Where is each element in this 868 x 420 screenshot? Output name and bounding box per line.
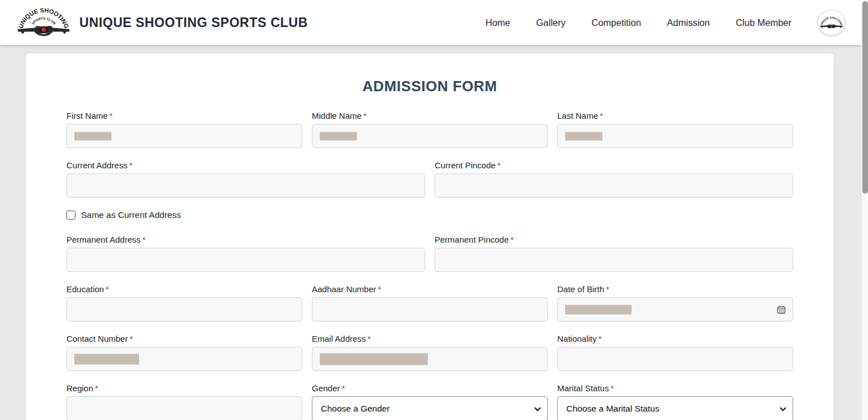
first-name-label: First Name xyxy=(66,111,108,120)
required-asterisk: * xyxy=(497,160,500,170)
required-asterisk: * xyxy=(106,284,109,294)
same-address-toggle[interactable]: Same as Current Address xyxy=(66,210,793,220)
required-asterisk: * xyxy=(600,111,603,120)
field-region: Region* xyxy=(66,383,302,420)
calendar-icon[interactable] xyxy=(776,304,787,315)
permanent-pincode-label: Permanent Pincode xyxy=(435,235,509,244)
last-name-label: Last Name xyxy=(557,111,598,120)
club-logo-icon: UNIQUE SHOOTING SPORTS CLUB xyxy=(17,3,70,42)
required-asterisk: * xyxy=(142,235,146,244)
nav-club-member[interactable]: Club Member xyxy=(736,17,791,28)
nav-home[interactable]: Home xyxy=(486,17,511,28)
required-asterisk: * xyxy=(598,334,602,343)
email-address-input[interactable] xyxy=(312,347,547,370)
field-email-address: Email Address* xyxy=(312,334,548,371)
gender-selected-value: Choose a Gender xyxy=(321,404,390,414)
last-name-input[interactable] xyxy=(558,124,793,148)
region-label: Region xyxy=(66,383,93,393)
current-pincode-label: Current Pincode xyxy=(435,160,495,170)
middle-name-input[interactable] xyxy=(312,124,547,148)
first-name-input[interactable] xyxy=(67,124,302,148)
vertical-scrollbar[interactable] xyxy=(861,0,868,420)
education-label: Education xyxy=(66,284,104,294)
required-asterisk: * xyxy=(342,383,345,393)
field-education: Education* xyxy=(66,284,302,321)
page-title: ADMISSION FORM xyxy=(26,78,834,95)
field-nationality: Nationality* xyxy=(557,334,793,371)
date-of-birth-label: Date of Birth xyxy=(557,284,604,294)
required-asterisk: * xyxy=(109,111,113,120)
middle-name-label: Middle Name xyxy=(312,111,361,120)
gender-label: Gender xyxy=(312,383,340,393)
education-input[interactable] xyxy=(67,298,302,321)
marital-status-label: Marital Status xyxy=(557,383,609,393)
aadhaar-number-label: Aadhaar Number xyxy=(312,284,376,294)
scrollbar-thumb[interactable] xyxy=(862,1,868,194)
current-pincode-input[interactable] xyxy=(435,174,793,197)
field-permanent-address: Permanent Address* xyxy=(66,235,425,272)
date-of-birth-input[interactable] xyxy=(558,298,793,321)
permanent-pincode-input[interactable] xyxy=(435,248,793,271)
marital-status-selected-value: Choose a Marital Status xyxy=(566,404,659,414)
contact-number-label: Contact Number xyxy=(66,334,128,343)
field-first-name: First Name* xyxy=(66,111,302,148)
required-asterisk: * xyxy=(368,334,371,343)
contact-number-input[interactable] xyxy=(67,347,302,370)
marital-status-select[interactable]: Choose a Marital Status xyxy=(557,396,793,420)
required-asterisk: * xyxy=(378,284,381,294)
nav-admission[interactable]: Admission xyxy=(667,17,710,28)
brand-title: UNIQUE SHOOTING SPORTS CLUB xyxy=(79,15,308,30)
field-marital-status: Marital Status* Choose a Marital Status xyxy=(557,383,793,420)
required-asterisk: * xyxy=(129,160,132,170)
nav-competition[interactable]: Competition xyxy=(592,17,641,28)
chevron-down-icon xyxy=(780,404,786,414)
required-asterisk: * xyxy=(511,235,514,244)
field-aadhaar-number: Aadhaar Number* xyxy=(312,284,548,321)
field-contact-number: Contact Number* xyxy=(66,334,302,371)
required-asterisk: * xyxy=(95,383,99,393)
brand-link[interactable]: UNIQUE SHOOTING SPORTS CLUB UNIQUE SHOOT… xyxy=(17,3,308,42)
admission-form-card: ADMISSION FORM First Name* Middle Name* … xyxy=(26,53,834,420)
nationality-input[interactable] xyxy=(558,347,793,370)
current-address-label: Current Address xyxy=(66,160,127,170)
permanent-address-label: Permanent Address xyxy=(66,235,141,244)
main-nav: Home Gallery Competition Admission Club … xyxy=(486,10,846,35)
svg-text:SPORTS CLUB: SPORTS CLUB xyxy=(31,17,57,26)
region-input[interactable] xyxy=(67,397,302,420)
email-address-label: Email Address xyxy=(312,334,366,343)
nav-gallery[interactable]: Gallery xyxy=(536,17,566,28)
current-address-input[interactable] xyxy=(67,174,424,197)
top-navbar: UNIQUE SHOOTING SPORTS CLUB UNIQUE SHOOT… xyxy=(0,0,861,45)
club-logo-mini-icon: UNIQUE SHOOTING xyxy=(820,14,843,31)
field-middle-name: Middle Name* xyxy=(312,111,548,148)
gender-select[interactable]: Choose a Gender xyxy=(312,396,548,420)
field-current-address: Current Address* xyxy=(66,160,425,198)
required-asterisk: * xyxy=(611,383,614,393)
field-last-name: Last Name* xyxy=(557,111,793,148)
same-address-label: Same as Current Address xyxy=(81,210,181,220)
field-current-pincode: Current Pincode* xyxy=(435,160,793,198)
required-asterisk: * xyxy=(606,284,609,294)
same-address-checkbox[interactable] xyxy=(66,211,75,220)
required-asterisk: * xyxy=(129,334,133,343)
field-gender: Gender* Choose a Gender xyxy=(312,383,548,420)
required-asterisk: * xyxy=(363,111,366,120)
chevron-down-icon xyxy=(534,404,541,414)
club-badge-avatar[interactable]: UNIQUE SHOOTING xyxy=(817,10,845,35)
admission-form: First Name* Middle Name* Last Name* xyxy=(26,95,834,420)
nationality-label: Nationality xyxy=(557,334,597,343)
permanent-address-input[interactable] xyxy=(67,248,424,271)
field-permanent-pincode: Permanent Pincode* xyxy=(435,235,793,272)
field-date-of-birth: Date of Birth* xyxy=(557,284,793,321)
aadhaar-number-input[interactable] xyxy=(312,298,547,321)
